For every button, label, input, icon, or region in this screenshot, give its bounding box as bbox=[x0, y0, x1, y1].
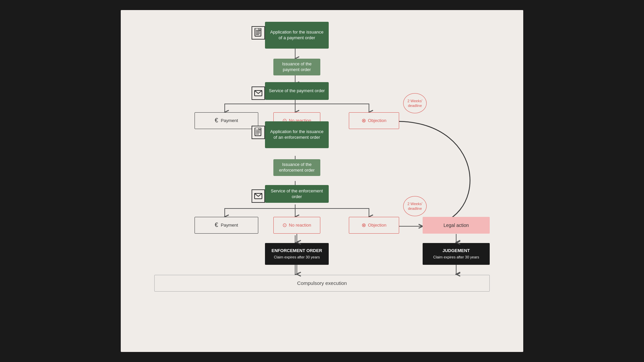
svg-rect-19 bbox=[255, 128, 261, 136]
application-enforcement-box: Application for the issuance of an enfor… bbox=[265, 121, 329, 148]
diagram-area: Application for the issuance of a paymen… bbox=[121, 10, 523, 352]
judgement-box: JUDGEMENT Claim expires after 30 years bbox=[423, 243, 490, 265]
euro-icon-2: € bbox=[215, 221, 218, 229]
legal-action-box: Legal action bbox=[423, 217, 490, 234]
scales-icon-1: ⊗ bbox=[362, 117, 366, 124]
envelope-icon-1 bbox=[252, 86, 265, 100]
document-icon-1 bbox=[252, 26, 265, 40]
objection-box-1: ⊗ Objection bbox=[349, 112, 399, 129]
deadline-badge-2: 2 Weeks' deadline bbox=[403, 196, 427, 216]
no-reaction-box-2: ⊙ No reaction bbox=[273, 217, 320, 234]
payment-box-2: € Payment bbox=[195, 217, 258, 234]
euro-icon-1: € bbox=[215, 117, 218, 124]
issuance-payment-box: Issuance of the payment order bbox=[273, 59, 320, 75]
scales-icon-2: ⊗ bbox=[362, 222, 366, 229]
deadline-badge-1: 2 Weeks' deadline bbox=[403, 93, 427, 113]
objection-box-2: ⊗ Objection bbox=[349, 217, 399, 234]
clock-icon-2: ⊙ bbox=[282, 222, 287, 229]
service-enforcement-box: Service of the enforcement order bbox=[265, 185, 329, 203]
application-payment-box: Application for the issuance of a paymen… bbox=[265, 22, 329, 49]
enforcement-order-box: ENFORCEMENT ORDER Claim expires after 30… bbox=[265, 243, 329, 265]
service-payment-box: Service of the payment order bbox=[265, 82, 329, 100]
issuance-enforcement-box: Issuance of the enforcement order bbox=[273, 159, 320, 176]
payment-box-1: € Payment bbox=[195, 112, 258, 129]
envelope-icon-2 bbox=[252, 189, 265, 203]
document-icon-2 bbox=[252, 126, 265, 139]
compulsory-execution-box: Compulsory execution bbox=[154, 275, 490, 292]
